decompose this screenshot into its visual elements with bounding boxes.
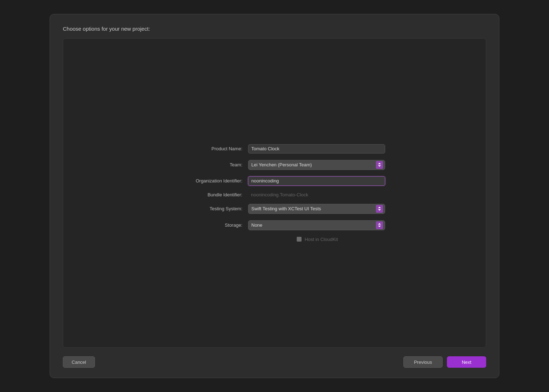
storage-row: Storage: None [164, 220, 385, 230]
bundle-identifier-row: Bundle Identifier: noonincoding.Tomato-C… [164, 192, 385, 197]
storage-label: Storage: [164, 222, 242, 228]
cloudkit-row: Host in CloudKit [164, 237, 385, 242]
storage-select-wrapper: None [248, 220, 385, 230]
product-name-label: Product Name: [164, 146, 242, 151]
team-select-wrapper: Lei Yenchen (Personal Team) [248, 160, 385, 170]
testing-system-label: Testing System: [164, 206, 242, 211]
cancel-button[interactable]: Cancel [63, 356, 95, 368]
previous-button[interactable]: Previous [403, 356, 443, 368]
next-button[interactable]: Next [447, 356, 486, 368]
bundle-identifier-label: Bundle Identifier: [164, 192, 242, 197]
product-name-row: Product Name: [164, 144, 385, 154]
storage-select[interactable]: None [248, 220, 385, 230]
team-label: Team: [164, 162, 242, 167]
dialog-footer: Cancel Previous Next [63, 356, 486, 368]
org-identifier-input[interactable] [248, 176, 385, 186]
team-select[interactable]: Lei Yenchen (Personal Team) [248, 160, 385, 170]
new-project-dialog: Choose options for your new project: Pro… [50, 14, 499, 378]
org-identifier-label: Organization Identifier: [164, 178, 242, 184]
dialog-title: Choose options for your new project: [63, 26, 486, 32]
cloudkit-label: Host in CloudKit [304, 237, 338, 242]
form-container: Product Name: Team: Lei Yenchen (Persona… [164, 144, 385, 242]
footer-right-buttons: Previous Next [403, 356, 486, 368]
content-area: Product Name: Team: Lei Yenchen (Persona… [63, 38, 486, 348]
testing-system-row: Testing System: Swift Testing with XCTes… [164, 204, 385, 214]
product-name-input[interactable] [248, 144, 385, 154]
testing-system-select-wrapper: Swift Testing with XCTest UI Tests [248, 204, 385, 214]
org-identifier-row: Organization Identifier: [164, 176, 385, 186]
testing-system-select[interactable]: Swift Testing with XCTest UI Tests [248, 204, 385, 214]
bundle-identifier-value: noonincoding.Tomato-Clock [248, 192, 385, 197]
team-row: Team: Lei Yenchen (Personal Team) [164, 160, 385, 170]
cloudkit-checkbox[interactable] [297, 237, 302, 242]
